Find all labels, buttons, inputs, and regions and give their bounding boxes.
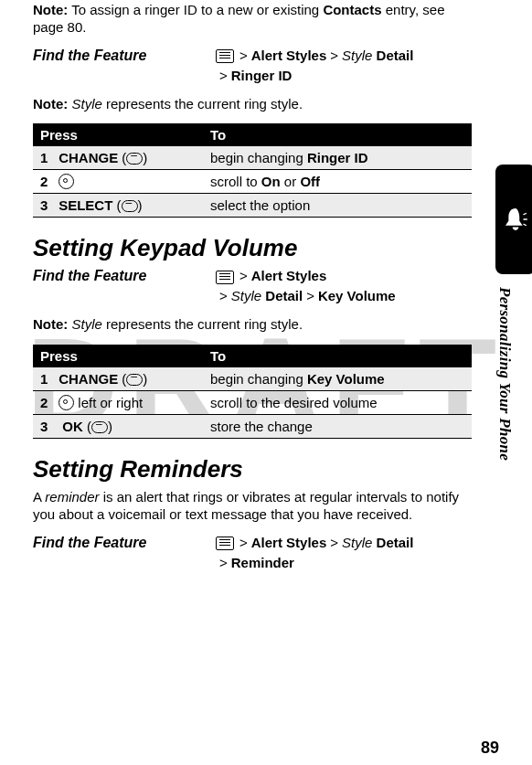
th-to-2: To: [203, 345, 472, 367]
ftf1-alertstyles: Alert Styles: [251, 48, 327, 63]
th-press-2: Press: [33, 345, 203, 367]
cell-press: 2: [33, 170, 203, 194]
cell-press: 3 SELECT (): [33, 194, 203, 218]
paren-close: ): [143, 371, 147, 387]
note2-label: Note:: [33, 96, 68, 112]
cell-to: select the option: [203, 194, 472, 218]
paren-close: ): [108, 419, 112, 434]
side-chapter-label: Personalizing Your Phone: [495, 287, 514, 461]
rem-italic: reminder: [45, 489, 99, 505]
ftf-label-1: Find the Feature: [33, 48, 216, 64]
reminder-paragraph: A reminder is an alert that rings or vib…: [33, 489, 472, 524]
heading-reminders: Setting Reminders: [33, 455, 472, 483]
step-num: 2: [40, 174, 55, 189]
note3-label: Note:: [33, 316, 68, 332]
ftf-path-2b: >Style Detail>Key Volume: [216, 288, 472, 303]
table-1: Press To 1 CHANGE () begin changing Ring…: [33, 123, 472, 218]
th-to-1: To: [203, 123, 472, 146]
rem-prefix: A: [33, 489, 45, 505]
cell-press: 3 OK (): [33, 415, 203, 439]
bell-icon: [500, 204, 531, 235]
note-2: Note: Style represents the current ring …: [33, 96, 472, 113]
ftf-path-1b: >Ringer ID: [216, 68, 472, 83]
or-text: or: [281, 174, 301, 189]
find-the-feature-1: Find the Feature >Alert Styles>Style Det…: [33, 48, 472, 64]
menu-icon: [216, 271, 234, 284]
ftf-label-3: Find the Feature: [33, 535, 216, 551]
page-number: 89: [481, 738, 499, 758]
cell-to: scroll to the desired volume: [203, 391, 472, 415]
to-text: begin changing: [210, 371, 307, 387]
key-change: CHANGE: [59, 150, 118, 165]
paren-open: (: [117, 197, 122, 213]
ftf3-alertstyles: Alert Styles: [251, 535, 327, 550]
ftf-path-1a: >Alert Styles>Style Detail: [216, 48, 472, 64]
step-num: 3: [40, 197, 55, 213]
heading-keypad-volume: Setting Keypad Volume: [33, 234, 472, 262]
ftf1-detail: Detail: [377, 48, 414, 63]
note-text1: To assign a ringer ID to a new or existi…: [71, 2, 323, 17]
ftf2-alertstyles: Alert Styles: [251, 268, 327, 283]
ftf-label-2: Find the Feature: [33, 268, 216, 284]
bell-icon-box: [495, 165, 532, 274]
table-row: 2 scroll to On or Off: [33, 170, 472, 194]
key-change: CHANGE: [59, 371, 118, 387]
step-num: 2: [40, 395, 55, 410]
table-row: 1 CHANGE () begin changing Ringer ID: [33, 146, 472, 170]
ftf1-ringerid: Ringer ID: [231, 68, 293, 83]
note2-style: Style: [72, 96, 102, 112]
step-num: 1: [40, 371, 55, 387]
table-row: 3 SELECT () select the option: [33, 194, 472, 218]
key-ok: OK: [62, 419, 83, 434]
note2-rest: represents the current ring style.: [102, 96, 303, 112]
table-row: Press To: [33, 345, 472, 367]
nav-icon: [59, 395, 74, 410]
table-2: Press To 1 CHANGE () begin changing Key …: [33, 345, 472, 439]
ftf-path-3b: >Reminder: [216, 555, 472, 570]
ftf-path-2a: >Alert Styles: [216, 268, 472, 284]
softkey-icon: [126, 374, 143, 386]
table-row: 1 CHANGE () begin changing Key Volume: [33, 367, 472, 391]
to-text: begin changing: [210, 150, 307, 165]
ftf1-style: Style: [342, 48, 372, 63]
note3-style: Style: [72, 316, 102, 332]
nav-icon: [59, 174, 74, 189]
ftf3-reminder: Reminder: [231, 555, 294, 570]
to-text: scroll to: [210, 174, 261, 189]
note-3: Note: Style represents the current ring …: [33, 316, 472, 334]
cell-to: begin changing Ringer ID: [203, 146, 472, 170]
paren-close: ): [138, 197, 143, 213]
ftf3-detail: Detail: [377, 535, 414, 550]
find-the-feature-3: Find the Feature >Alert Styles>Style Det…: [33, 535, 472, 551]
kv-bold: Key Volume: [307, 371, 385, 387]
ftf-path-3a: >Alert Styles>Style Detail: [216, 535, 472, 551]
softkey-icon: [91, 421, 108, 433]
note-label: Note:: [33, 2, 68, 17]
note-contacts: Contacts: [323, 2, 381, 17]
softkey-icon: [122, 200, 138, 212]
table-row: 2 left or right scroll to the desired vo…: [33, 391, 472, 415]
step-num: 3: [40, 419, 55, 434]
cell-press: 1 CHANGE (): [33, 146, 203, 170]
paren-close: ): [143, 150, 147, 165]
off-bold: Off: [300, 174, 320, 189]
step-num: 1: [40, 150, 55, 165]
softkey-icon: [126, 153, 143, 165]
ftf2-keyvol: Key Volume: [318, 288, 396, 303]
cell-press: 1 CHANGE (): [33, 367, 203, 391]
side-tab: Personalizing Your Phone: [495, 165, 532, 461]
menu-icon: [216, 49, 234, 63]
cell-press: 2 left or right: [33, 391, 203, 415]
ftf2-detail: Detail: [265, 288, 303, 303]
cell-to: begin changing Key Volume: [203, 367, 472, 391]
ringer-id-bold: Ringer ID: [307, 150, 368, 165]
ftf2-style: Style: [231, 288, 261, 303]
on-bold: On: [261, 174, 281, 189]
ftf3-style: Style: [342, 535, 372, 550]
table-row: 3 OK () store the change: [33, 415, 472, 439]
note3-rest: represents the current ring style.: [102, 316, 303, 332]
key-select: SELECT: [59, 197, 112, 213]
table-row: Press To: [33, 123, 472, 146]
menu-icon: [216, 537, 234, 550]
find-the-feature-2: Find the Feature >Alert Styles: [33, 268, 472, 284]
